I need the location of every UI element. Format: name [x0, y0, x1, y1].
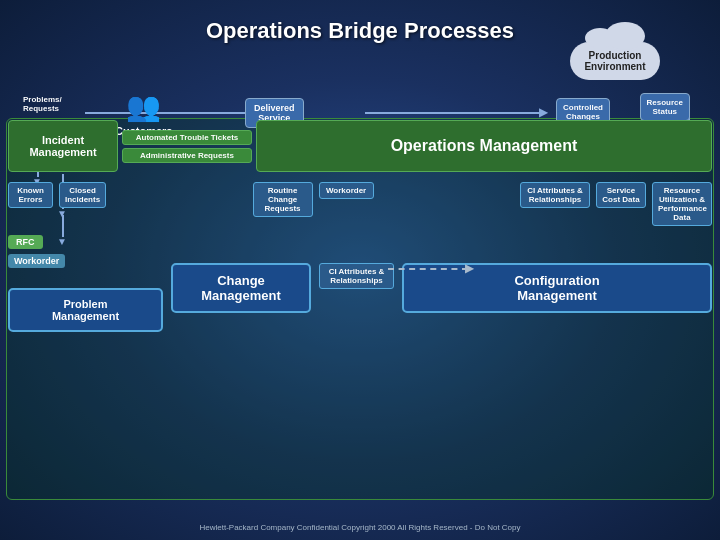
second-row: Known Errors Closed Incidents Routine Ch…	[8, 182, 712, 226]
green-row: Incident Management Automated Trouble Ti…	[8, 120, 712, 172]
dotted-arrow	[388, 268, 468, 270]
arrow-problem: ▼	[62, 215, 64, 237]
ci-attributes-bottom-section: CI Attributes & Relationships	[319, 235, 394, 294]
footer: Hewlett-Packard Company Confidential Cop…	[0, 523, 720, 532]
workorder-box: Workorder	[319, 182, 374, 199]
bottom-row: RFC Workorder Problem Management Change …	[8, 235, 712, 332]
incident-management-box: Incident Management	[8, 120, 118, 172]
meeting-icon: 👥	[115, 90, 172, 123]
resource-util-box: Resource Utilization & Performance Data	[652, 182, 712, 226]
problem-management-box: Problem Management	[8, 288, 163, 332]
flow-arrow-1: ▶	[365, 112, 540, 114]
change-section: Change Management	[171, 235, 311, 313]
resource-status-box: Resource Status	[640, 93, 690, 121]
change-management-box: Change Management	[171, 263, 311, 313]
rfc-box: RFC	[8, 235, 43, 249]
known-errors-box: Known Errors	[8, 182, 53, 208]
closed-incidents-box: Closed Incidents	[59, 182, 106, 208]
automated-trouble-tickets-box: Automated Trouble Tickets	[122, 130, 252, 145]
config-section: Configuration Management	[402, 235, 712, 313]
middle-section: Automated Trouble Tickets Administrative…	[122, 120, 252, 172]
slide: Operations Bridge Processes Production E…	[0, 0, 720, 540]
configuration-management-box: Configuration Management	[402, 263, 712, 313]
workorder-small-box: Workorder	[8, 254, 65, 268]
ci-attributes-relationships-box: CI Attributes & Relationships	[520, 182, 590, 208]
ci-attributes-bottom-box: CI Attributes & Relationships	[319, 263, 394, 289]
routine-change-requests-box: Routine Change Requests	[253, 182, 313, 217]
administrative-requests-box: Administrative Requests	[122, 148, 252, 163]
operations-management-box: Operations Management	[256, 120, 712, 172]
service-cost-data-box: Service Cost Data	[596, 182, 646, 208]
problems-requests-label: Problems/ Requests	[23, 95, 62, 113]
production-environment-cloud: Production Environment	[570, 42, 660, 80]
problem-section: RFC Workorder Problem Management	[8, 235, 163, 332]
